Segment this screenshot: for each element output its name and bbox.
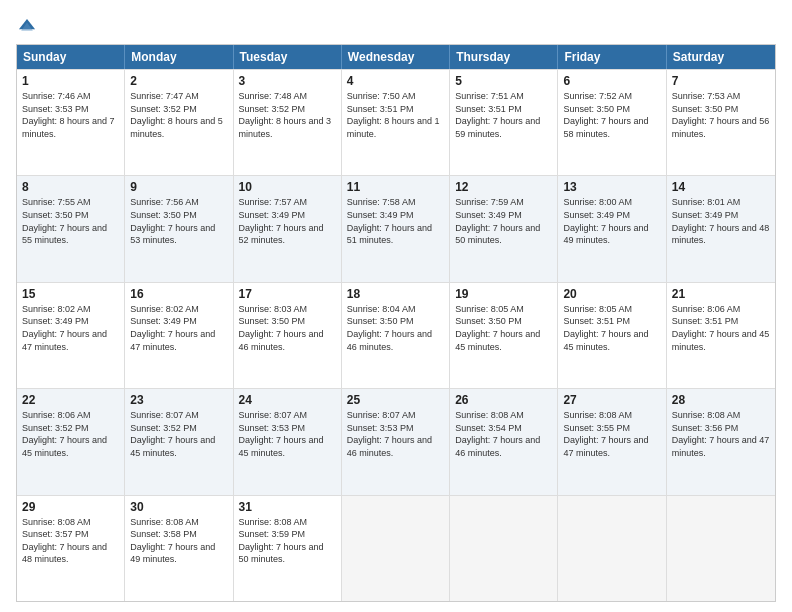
calendar-row-2: 8Sunrise: 7:55 AMSunset: 3:50 PMDaylight…	[17, 175, 775, 281]
cell-info: Sunrise: 8:07 AMSunset: 3:53 PMDaylight:…	[239, 410, 324, 458]
calendar-cell: 1Sunrise: 7:46 AMSunset: 3:53 PMDaylight…	[17, 70, 125, 175]
day-number: 26	[455, 393, 552, 407]
cell-info: Sunrise: 8:07 AMSunset: 3:52 PMDaylight:…	[130, 410, 215, 458]
logo-icon	[16, 16, 38, 38]
day-number: 7	[672, 74, 770, 88]
day-number: 4	[347, 74, 444, 88]
cell-info: Sunrise: 8:00 AMSunset: 3:49 PMDaylight:…	[563, 197, 648, 245]
cell-info: Sunrise: 8:07 AMSunset: 3:53 PMDaylight:…	[347, 410, 432, 458]
cell-info: Sunrise: 8:08 AMSunset: 3:57 PMDaylight:…	[22, 517, 107, 565]
calendar-cell: 8Sunrise: 7:55 AMSunset: 3:50 PMDaylight…	[17, 176, 125, 281]
day-number: 25	[347, 393, 444, 407]
day-number: 17	[239, 287, 336, 301]
calendar-cell: 11Sunrise: 7:58 AMSunset: 3:49 PMDayligh…	[342, 176, 450, 281]
calendar-cell	[667, 496, 775, 601]
calendar-cell: 16Sunrise: 8:02 AMSunset: 3:49 PMDayligh…	[125, 283, 233, 388]
day-number: 22	[22, 393, 119, 407]
day-header-friday: Friday	[558, 45, 666, 69]
calendar-cell: 2Sunrise: 7:47 AMSunset: 3:52 PMDaylight…	[125, 70, 233, 175]
calendar-cell: 30Sunrise: 8:08 AMSunset: 3:58 PMDayligh…	[125, 496, 233, 601]
calendar-cell	[450, 496, 558, 601]
calendar-header: SundayMondayTuesdayWednesdayThursdayFrid…	[17, 45, 775, 69]
calendar-row-3: 15Sunrise: 8:02 AMSunset: 3:49 PMDayligh…	[17, 282, 775, 388]
day-header-tuesday: Tuesday	[234, 45, 342, 69]
cell-info: Sunrise: 8:01 AMSunset: 3:49 PMDaylight:…	[672, 197, 770, 245]
calendar-cell: 18Sunrise: 8:04 AMSunset: 3:50 PMDayligh…	[342, 283, 450, 388]
calendar-cell	[558, 496, 666, 601]
calendar-row-4: 22Sunrise: 8:06 AMSunset: 3:52 PMDayligh…	[17, 388, 775, 494]
calendar-cell	[342, 496, 450, 601]
cell-info: Sunrise: 8:06 AMSunset: 3:51 PMDaylight:…	[672, 304, 770, 352]
calendar-cell: 29Sunrise: 8:08 AMSunset: 3:57 PMDayligh…	[17, 496, 125, 601]
day-number: 29	[22, 500, 119, 514]
day-number: 15	[22, 287, 119, 301]
calendar-cell: 14Sunrise: 8:01 AMSunset: 3:49 PMDayligh…	[667, 176, 775, 281]
cell-info: Sunrise: 7:58 AMSunset: 3:49 PMDaylight:…	[347, 197, 432, 245]
day-number: 31	[239, 500, 336, 514]
page: SundayMondayTuesdayWednesdayThursdayFrid…	[0, 0, 792, 612]
day-header-saturday: Saturday	[667, 45, 775, 69]
day-number: 11	[347, 180, 444, 194]
day-header-sunday: Sunday	[17, 45, 125, 69]
day-number: 6	[563, 74, 660, 88]
calendar-cell: 4Sunrise: 7:50 AMSunset: 3:51 PMDaylight…	[342, 70, 450, 175]
cell-info: Sunrise: 7:55 AMSunset: 3:50 PMDaylight:…	[22, 197, 107, 245]
calendar-cell: 22Sunrise: 8:06 AMSunset: 3:52 PMDayligh…	[17, 389, 125, 494]
cell-info: Sunrise: 8:03 AMSunset: 3:50 PMDaylight:…	[239, 304, 324, 352]
day-number: 12	[455, 180, 552, 194]
cell-info: Sunrise: 8:08 AMSunset: 3:55 PMDaylight:…	[563, 410, 648, 458]
cell-info: Sunrise: 7:52 AMSunset: 3:50 PMDaylight:…	[563, 91, 648, 139]
day-number: 23	[130, 393, 227, 407]
day-number: 8	[22, 180, 119, 194]
calendar-body: 1Sunrise: 7:46 AMSunset: 3:53 PMDaylight…	[17, 69, 775, 601]
day-number: 2	[130, 74, 227, 88]
calendar: SundayMondayTuesdayWednesdayThursdayFrid…	[16, 44, 776, 602]
day-number: 19	[455, 287, 552, 301]
cell-info: Sunrise: 7:56 AMSunset: 3:50 PMDaylight:…	[130, 197, 215, 245]
day-number: 9	[130, 180, 227, 194]
day-number: 20	[563, 287, 660, 301]
cell-info: Sunrise: 8:08 AMSunset: 3:54 PMDaylight:…	[455, 410, 540, 458]
cell-info: Sunrise: 7:47 AMSunset: 3:52 PMDaylight:…	[130, 91, 223, 139]
day-number: 28	[672, 393, 770, 407]
day-header-monday: Monday	[125, 45, 233, 69]
calendar-cell: 17Sunrise: 8:03 AMSunset: 3:50 PMDayligh…	[234, 283, 342, 388]
calendar-cell: 10Sunrise: 7:57 AMSunset: 3:49 PMDayligh…	[234, 176, 342, 281]
cell-info: Sunrise: 7:59 AMSunset: 3:49 PMDaylight:…	[455, 197, 540, 245]
cell-info: Sunrise: 8:02 AMSunset: 3:49 PMDaylight:…	[130, 304, 215, 352]
calendar-cell: 28Sunrise: 8:08 AMSunset: 3:56 PMDayligh…	[667, 389, 775, 494]
calendar-cell: 15Sunrise: 8:02 AMSunset: 3:49 PMDayligh…	[17, 283, 125, 388]
day-number: 10	[239, 180, 336, 194]
day-number: 5	[455, 74, 552, 88]
day-number: 16	[130, 287, 227, 301]
calendar-cell: 27Sunrise: 8:08 AMSunset: 3:55 PMDayligh…	[558, 389, 666, 494]
calendar-cell: 9Sunrise: 7:56 AMSunset: 3:50 PMDaylight…	[125, 176, 233, 281]
day-number: 18	[347, 287, 444, 301]
cell-info: Sunrise: 8:08 AMSunset: 3:56 PMDaylight:…	[672, 410, 770, 458]
cell-info: Sunrise: 8:05 AMSunset: 3:50 PMDaylight:…	[455, 304, 540, 352]
day-number: 24	[239, 393, 336, 407]
cell-info: Sunrise: 8:04 AMSunset: 3:50 PMDaylight:…	[347, 304, 432, 352]
calendar-cell: 19Sunrise: 8:05 AMSunset: 3:50 PMDayligh…	[450, 283, 558, 388]
calendar-cell: 26Sunrise: 8:08 AMSunset: 3:54 PMDayligh…	[450, 389, 558, 494]
calendar-cell: 24Sunrise: 8:07 AMSunset: 3:53 PMDayligh…	[234, 389, 342, 494]
calendar-cell: 12Sunrise: 7:59 AMSunset: 3:49 PMDayligh…	[450, 176, 558, 281]
cell-info: Sunrise: 7:53 AMSunset: 3:50 PMDaylight:…	[672, 91, 770, 139]
cell-info: Sunrise: 7:51 AMSunset: 3:51 PMDaylight:…	[455, 91, 540, 139]
calendar-cell: 13Sunrise: 8:00 AMSunset: 3:49 PMDayligh…	[558, 176, 666, 281]
cell-info: Sunrise: 8:06 AMSunset: 3:52 PMDaylight:…	[22, 410, 107, 458]
cell-info: Sunrise: 7:57 AMSunset: 3:49 PMDaylight:…	[239, 197, 324, 245]
calendar-cell: 31Sunrise: 8:08 AMSunset: 3:59 PMDayligh…	[234, 496, 342, 601]
day-number: 27	[563, 393, 660, 407]
cell-info: Sunrise: 7:48 AMSunset: 3:52 PMDaylight:…	[239, 91, 332, 139]
day-number: 30	[130, 500, 227, 514]
calendar-cell: 7Sunrise: 7:53 AMSunset: 3:50 PMDaylight…	[667, 70, 775, 175]
calendar-row-5: 29Sunrise: 8:08 AMSunset: 3:57 PMDayligh…	[17, 495, 775, 601]
calendar-cell: 23Sunrise: 8:07 AMSunset: 3:52 PMDayligh…	[125, 389, 233, 494]
cell-info: Sunrise: 8:05 AMSunset: 3:51 PMDaylight:…	[563, 304, 648, 352]
day-number: 14	[672, 180, 770, 194]
cell-info: Sunrise: 8:08 AMSunset: 3:58 PMDaylight:…	[130, 517, 215, 565]
calendar-cell: 20Sunrise: 8:05 AMSunset: 3:51 PMDayligh…	[558, 283, 666, 388]
day-number: 21	[672, 287, 770, 301]
calendar-cell: 6Sunrise: 7:52 AMSunset: 3:50 PMDaylight…	[558, 70, 666, 175]
